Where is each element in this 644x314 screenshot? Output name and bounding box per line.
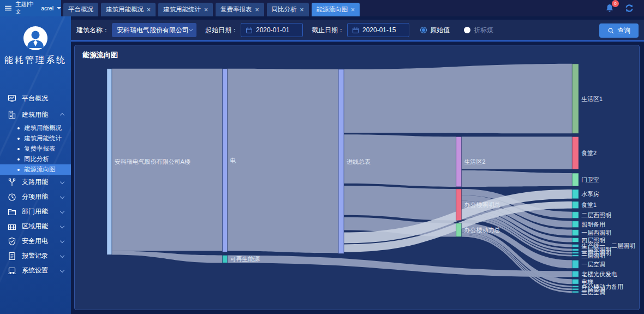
end-date-input[interactable]: 2020-01-15 bbox=[347, 23, 409, 37]
avatar[interactable] bbox=[23, 26, 47, 50]
chevron-down-icon bbox=[60, 268, 64, 272]
panel-title: 能源流向图 bbox=[82, 50, 118, 60]
sankey-node[interactable] bbox=[572, 173, 579, 186]
chevron-down-icon bbox=[189, 27, 193, 32]
chevron-down-icon bbox=[60, 239, 64, 243]
chevron-down-icon bbox=[60, 209, 64, 214]
sankey-node-label: 安科瑞电气股份有限公司A楼 bbox=[115, 158, 190, 165]
hamburger-menu-icon[interactable] bbox=[4, 4, 13, 13]
building-name-label: 建筑名称： bbox=[76, 26, 109, 35]
tab[interactable]: 同比分析× bbox=[267, 3, 309, 16]
sankey-node[interactable] bbox=[456, 189, 462, 221]
main-content: 建筑名称： 安科瑞电气股份有限公司A楼 起始日期： 2020-01-01 截止日… bbox=[71, 16, 644, 314]
sankey-node[interactable] bbox=[572, 64, 579, 133]
tab[interactable]: 建筑用能概况× bbox=[101, 3, 156, 16]
topbar-icons: 0 bbox=[605, 0, 644, 16]
tab-label: 同比分析 bbox=[272, 5, 297, 14]
sidebar-item[interactable]: 平台概况 bbox=[0, 90, 71, 106]
sankey-node-label: 可再生能源 bbox=[230, 256, 260, 262]
sankey-node[interactable] bbox=[572, 254, 579, 256]
sidebar-item[interactable]: 安全用电 bbox=[0, 234, 71, 248]
sankey-node[interactable] bbox=[456, 223, 462, 237]
sidebar-subitem[interactable]: 复费率报表 bbox=[0, 144, 71, 154]
sidebar-item[interactable]: 部门用能 bbox=[0, 204, 71, 219]
sidebar-item[interactable]: 支路用能 bbox=[0, 175, 71, 189]
radio-standard-coal[interactable]: 折标煤 bbox=[464, 26, 493, 35]
sankey-node[interactable] bbox=[572, 279, 579, 284]
sankey-link[interactable] bbox=[344, 186, 456, 221]
caret-down-icon bbox=[57, 7, 61, 9]
sidebar-item[interactable]: 分项用能 bbox=[0, 189, 71, 204]
sankey-node[interactable] bbox=[572, 230, 579, 236]
building-select[interactable]: 安科瑞电气股份有限公司A楼 bbox=[112, 23, 196, 37]
tab-close-icon[interactable]: × bbox=[255, 7, 259, 13]
start-date-label: 起始日期： bbox=[205, 26, 238, 35]
tab-close-icon[interactable]: × bbox=[351, 7, 355, 13]
tab-close-icon[interactable]: × bbox=[204, 7, 208, 13]
sankey-node[interactable] bbox=[572, 291, 579, 293]
radio-label: 原始值 bbox=[430, 26, 450, 35]
tab[interactable]: 建筑用能统计× bbox=[158, 3, 213, 16]
start-date-input[interactable]: 2020-01-01 bbox=[241, 23, 303, 37]
sidebar-item[interactable]: 报警记录 bbox=[0, 248, 71, 263]
sidebar-item[interactable]: 区域用能 bbox=[0, 219, 71, 234]
tab[interactable]: 平台概况 bbox=[63, 3, 98, 16]
start-date-value: 2020-01-01 bbox=[256, 26, 289, 34]
radio-original-value[interactable]: 原始值 bbox=[420, 26, 450, 35]
sankey-node[interactable] bbox=[338, 69, 344, 254]
sankey-node[interactable] bbox=[572, 244, 579, 247]
sankey-link[interactable] bbox=[112, 251, 223, 263]
sankey-node[interactable] bbox=[572, 202, 579, 209]
sankey-node-label: 生活区2 bbox=[464, 158, 486, 165]
tab-label: 平台概况 bbox=[68, 5, 93, 14]
sidebar-item[interactable]: 系统设置 bbox=[0, 263, 71, 278]
sankey-node[interactable] bbox=[572, 212, 579, 218]
sidebar-item-label: 区域用能 bbox=[22, 222, 48, 231]
search-button[interactable]: 查询 bbox=[599, 23, 639, 38]
sankey-node[interactable] bbox=[572, 260, 579, 268]
bullet-icon bbox=[17, 158, 20, 161]
sankey-node[interactable] bbox=[572, 271, 579, 277]
theme-language-label[interactable]: 主题|中文 bbox=[15, 1, 38, 16]
branch-icon bbox=[8, 178, 16, 187]
sankey-node[interactable] bbox=[572, 137, 579, 169]
sankey-node[interactable] bbox=[572, 189, 579, 199]
chevron-down-icon bbox=[60, 224, 64, 228]
sankey-node[interactable] bbox=[222, 69, 227, 252]
sankey-node-label: 办公楼照明总 bbox=[464, 202, 500, 208]
tab[interactable]: 能源流向图× bbox=[312, 3, 360, 16]
sankey-node[interactable] bbox=[222, 255, 227, 263]
sidebar-item-label: 报警记录 bbox=[22, 251, 48, 260]
sidebar-subitem-label: 复费率报表 bbox=[24, 145, 56, 153]
report-icon bbox=[8, 252, 16, 260]
sankey-node[interactable] bbox=[107, 69, 112, 255]
sankey-node-label: 一层西照明 bbox=[581, 229, 611, 236]
sankey-node[interactable] bbox=[572, 221, 579, 228]
sidebar-item-label: 系统设置 bbox=[22, 266, 48, 275]
tab[interactable]: 复费率报表× bbox=[216, 3, 264, 16]
radio-selected-icon bbox=[420, 27, 427, 33]
sankey-node[interactable] bbox=[456, 137, 462, 187]
sankey-node[interactable] bbox=[572, 248, 579, 251]
sankey-node[interactable] bbox=[572, 238, 579, 242]
tab-label: 能源流向图 bbox=[317, 5, 348, 14]
sidebar-subitem-label: 建筑用能统计 bbox=[24, 134, 62, 143]
sankey-node[interactable] bbox=[572, 288, 579, 290]
refresh-icon[interactable] bbox=[624, 3, 634, 13]
sidebar: 能耗管理系统 平台概况建筑用能建筑用能概况建筑用能统计复费率报表同比分析能源流向… bbox=[0, 16, 71, 314]
sankey-node[interactable] bbox=[572, 286, 579, 287]
user-menu[interactable]: acrel bbox=[41, 5, 53, 11]
sankey-link[interactable] bbox=[462, 170, 573, 187]
sankey-node[interactable] bbox=[572, 252, 579, 253]
tab-close-icon[interactable]: × bbox=[300, 7, 304, 13]
sankey-link[interactable] bbox=[344, 64, 572, 133]
tab-close-icon[interactable]: × bbox=[147, 7, 151, 13]
notification-bell-icon[interactable]: 0 bbox=[605, 3, 615, 13]
sidebar-subitem[interactable]: 同比分析 bbox=[0, 154, 71, 164]
sidebar-subitem[interactable]: 能源流向图 bbox=[0, 164, 71, 175]
sidebar-subitem[interactable]: 建筑用能概况 bbox=[0, 123, 71, 133]
sidebar-subitem[interactable]: 建筑用能统计 bbox=[0, 133, 71, 144]
sankey-node-label: 三层照明 bbox=[581, 252, 605, 259]
sidebar-item[interactable]: 建筑用能 bbox=[0, 106, 71, 123]
sankey-link[interactable] bbox=[227, 69, 338, 253]
